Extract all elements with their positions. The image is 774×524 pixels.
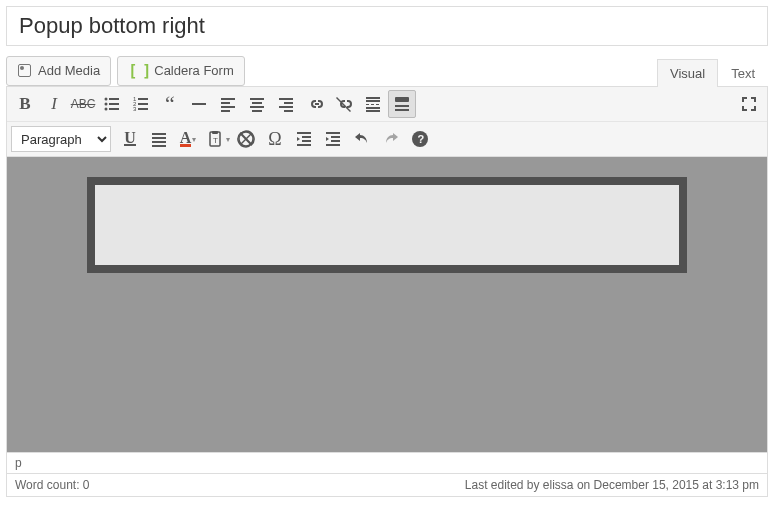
svg-rect-11 <box>138 108 148 110</box>
word-count: Word count: 0 <box>15 478 90 492</box>
svg-rect-44 <box>297 132 311 134</box>
indent-button[interactable] <box>319 125 347 153</box>
svg-rect-14 <box>221 102 230 104</box>
hr-button[interactable] <box>185 90 213 118</box>
svg-rect-13 <box>221 98 235 100</box>
svg-rect-25 <box>366 97 380 99</box>
svg-rect-36 <box>152 137 166 139</box>
svg-rect-23 <box>279 106 293 108</box>
clear-format-button[interactable] <box>232 125 260 153</box>
svg-rect-38 <box>152 145 166 147</box>
svg-rect-7 <box>138 98 148 100</box>
text-color-button[interactable]: A <box>174 125 202 153</box>
add-media-label: Add Media <box>38 62 100 80</box>
editor-toolbar: B I ABC 123 “ Paragraph U A T Ω ? <box>6 86 768 156</box>
special-char-button[interactable]: Ω <box>261 125 289 153</box>
svg-rect-34 <box>395 109 409 111</box>
svg-rect-15 <box>221 106 235 108</box>
editor-tabs: Visual Text <box>657 58 768 87</box>
svg-rect-45 <box>302 136 311 138</box>
status-bar: Word count: 0 Last edited by elissa on D… <box>6 474 768 497</box>
svg-rect-47 <box>297 144 311 146</box>
editor-canvas[interactable] <box>6 156 768 453</box>
svg-rect-26 <box>366 100 380 102</box>
svg-rect-37 <box>152 141 166 143</box>
post-title-input[interactable] <box>6 6 768 46</box>
element-path: p <box>6 453 768 474</box>
last-edited: Last edited by elissa on December 15, 20… <box>465 478 759 492</box>
format-select[interactable]: Paragraph <box>11 126 111 152</box>
align-right-button[interactable] <box>272 90 300 118</box>
italic-button[interactable]: I <box>40 90 68 118</box>
svg-rect-28 <box>371 104 374 105</box>
outdent-button[interactable] <box>290 125 318 153</box>
camera-icon <box>17 63 33 79</box>
svg-rect-32 <box>395 97 409 102</box>
content-box[interactable] <box>87 177 687 273</box>
svg-text:?: ? <box>418 133 425 145</box>
svg-rect-40 <box>212 131 218 134</box>
fullscreen-button[interactable] <box>735 90 763 118</box>
svg-rect-5 <box>109 108 119 110</box>
link-button[interactable] <box>301 90 329 118</box>
svg-rect-31 <box>366 110 380 112</box>
tab-visual[interactable]: Visual <box>657 59 718 87</box>
svg-rect-19 <box>250 106 264 108</box>
svg-rect-20 <box>252 110 262 112</box>
svg-point-4 <box>105 108 108 111</box>
svg-rect-1 <box>109 98 119 100</box>
bullet-list-button[interactable] <box>98 90 126 118</box>
svg-rect-12 <box>192 103 206 105</box>
svg-point-0 <box>105 98 108 101</box>
unlink-button[interactable] <box>330 90 358 118</box>
svg-rect-24 <box>284 110 293 112</box>
strike-button[interactable]: ABC <box>69 90 97 118</box>
justify-button[interactable] <box>145 125 173 153</box>
svg-rect-16 <box>221 110 230 112</box>
svg-rect-50 <box>331 140 340 142</box>
number-list-button[interactable]: 123 <box>127 90 155 118</box>
caldera-form-label: Caldera Form <box>154 62 233 80</box>
svg-rect-17 <box>250 98 264 100</box>
svg-rect-35 <box>152 133 166 135</box>
svg-rect-46 <box>302 140 311 142</box>
redo-button[interactable] <box>377 125 405 153</box>
svg-rect-48 <box>326 132 340 134</box>
read-more-button[interactable] <box>359 90 387 118</box>
svg-text:3: 3 <box>133 106 137 112</box>
quote-button[interactable]: “ <box>156 90 184 118</box>
svg-rect-49 <box>331 136 340 138</box>
svg-text:T: T <box>213 136 218 145</box>
caldera-form-button[interactable]: [ ] Caldera Form <box>117 56 245 86</box>
undo-button[interactable] <box>348 125 376 153</box>
toolbar-toggle-button[interactable] <box>388 90 416 118</box>
svg-rect-33 <box>395 105 409 107</box>
svg-rect-51 <box>326 144 340 146</box>
paste-text-button[interactable]: T <box>203 125 231 153</box>
svg-point-2 <box>105 103 108 106</box>
svg-rect-22 <box>284 102 293 104</box>
svg-rect-30 <box>366 107 380 109</box>
align-left-button[interactable] <box>214 90 242 118</box>
bold-button[interactable]: B <box>11 90 39 118</box>
add-media-button[interactable]: Add Media <box>6 56 111 86</box>
svg-rect-18 <box>252 102 262 104</box>
help-button[interactable]: ? <box>406 125 434 153</box>
svg-rect-27 <box>366 104 369 105</box>
svg-rect-9 <box>138 103 148 105</box>
tab-text[interactable]: Text <box>718 59 768 87</box>
caldera-icon: [ ] <box>128 62 149 80</box>
svg-rect-29 <box>376 104 379 105</box>
underline-button[interactable]: U <box>116 125 144 153</box>
svg-rect-21 <box>279 98 293 100</box>
align-center-button[interactable] <box>243 90 271 118</box>
svg-rect-3 <box>109 103 119 105</box>
